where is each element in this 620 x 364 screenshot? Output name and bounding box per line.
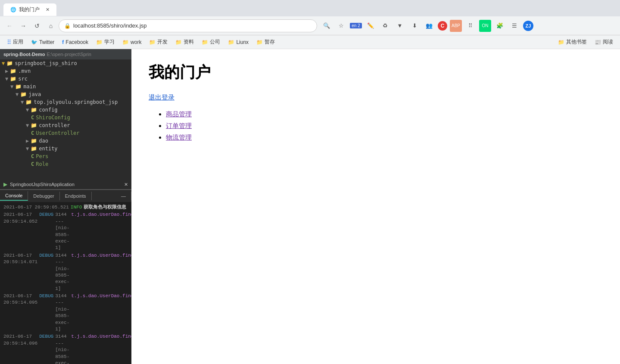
logistics-link[interactable]: 物流管理	[166, 134, 192, 141]
dao-folder-icon: 📁	[31, 138, 37, 144]
bookmark-xuexi[interactable]: 📁 学习	[93, 37, 118, 47]
bookmark-kaifa[interactable]: 📁 开发	[146, 37, 171, 47]
home-button[interactable]: ⌂	[45, 20, 57, 32]
tab-endpoints[interactable]: Endpoints	[60, 192, 92, 200]
bookmark-qita[interactable]: 📁 其他书签	[555, 37, 590, 47]
download-icon[interactable]: ⬇	[408, 20, 421, 32]
lvl-5: DEBUG	[39, 333, 53, 364]
tab-console[interactable]: Console	[0, 191, 28, 201]
xuexi-label: 学习	[104, 38, 115, 46]
ide-bottom-panel: Console Debugger Endpoints — 2021-06-17 …	[0, 189, 131, 364]
logout-link[interactable]: 退出登录	[149, 93, 603, 102]
tree-java[interactable]: ▼ 📁 java	[0, 90, 131, 98]
bookmark-star-icon[interactable]: ☆	[335, 20, 347, 32]
recycle-icon[interactable]: ♻	[379, 20, 391, 32]
tab-close-icon[interactable]: ✕	[46, 7, 50, 12]
work-label: work	[131, 39, 141, 45]
tree-controller[interactable]: ▼ 📁 controller	[0, 121, 131, 129]
tab-bar: 🌐 我的门户 ✕	[0, 0, 620, 16]
twitter-label: Twitter	[39, 39, 54, 45]
tree-config[interactable]: ▼ 📁 config	[0, 106, 131, 114]
list-item-orders: 订单管理	[166, 122, 603, 130]
tree-dao[interactable]: ▶ 📁 dao	[0, 137, 131, 145]
yuedu-label: 阅读	[603, 38, 613, 46]
tree-shiroconfig[interactable]: C ShiroConfig	[0, 114, 131, 121]
url-display: localhost:8585/shiro/index.jsp	[73, 22, 147, 29]
tree-entity[interactable]: ▼ 📁 entity	[0, 145, 131, 152]
ziliao-folder-icon: 📁	[175, 39, 182, 45]
apps-icon: ⠿	[7, 39, 11, 46]
edit-icon[interactable]: ✏️	[365, 20, 377, 32]
users-icon[interactable]: 👥	[423, 20, 435, 32]
orders-link[interactable]: 订单管理	[166, 122, 192, 129]
entity-label: entity	[39, 146, 57, 152]
bookmark-twitter[interactable]: 🐦 Twitter	[28, 38, 58, 47]
bookmark-liunx[interactable]: 📁 Liunx	[224, 38, 252, 47]
src-label: src	[18, 76, 28, 82]
ext-on-icon[interactable]: ON	[479, 20, 491, 32]
qita-folder-icon: 📁	[558, 39, 564, 45]
console-output[interactable]: 2021-06-17 20:59:05.521 INFO 获取角色与权限信息 2…	[0, 202, 131, 364]
tree-usercontroller[interactable]: C UserController	[0, 129, 131, 137]
back-button[interactable]: ←	[3, 20, 16, 32]
list-item-goods: 商品管理	[166, 110, 603, 118]
liunx-folder-icon: 📁	[228, 39, 234, 45]
gongsi-label: 公司	[210, 38, 220, 46]
twitter-icon: 🐦	[31, 39, 37, 45]
root-folder-img: 📁	[6, 60, 13, 66]
minimize-panel-btn[interactable]: —	[116, 192, 131, 200]
bookmark-zancun[interactable]: 📁 暂存	[253, 37, 278, 47]
ts-5: 2021-06-17 20:59:14.096	[3, 333, 37, 364]
tree-main[interactable]: ▼ 📁 main	[0, 83, 131, 90]
entity-collapse-icon: ▼	[26, 146, 29, 152]
bookmark-ziliao[interactable]: 📁 资料	[172, 37, 197, 47]
tree-pers[interactable]: C Pers	[0, 152, 131, 160]
ctrl-folder-icon: 📁	[31, 122, 37, 128]
bookmark-gongsi[interactable]: 📁 公司	[198, 37, 224, 47]
ts-4: 2021-06-17 20:59:14.095	[3, 293, 37, 333]
userctrl-label: UserController	[36, 130, 79, 136]
shiroconfig-label: ShiroConfig	[36, 115, 70, 121]
search-icon[interactable]: 🔍	[321, 20, 333, 32]
extension-icon-1[interactable]: en 2	[350, 20, 362, 32]
ide-header: spring-Boot-Demo E:\open-project\Sprin	[0, 49, 131, 59]
bookmark-facebook[interactable]: f Facebook	[59, 38, 92, 47]
settings-icon[interactable]: ▼	[394, 20, 406, 32]
active-tab[interactable]: 🌐 我的门户 ✕	[3, 3, 56, 16]
bookmark-apps[interactable]: ⠿ 应用	[3, 37, 27, 47]
bookmark-yuedu[interactable]: 📰 阅读	[591, 37, 617, 47]
ziliao-label: 资料	[184, 38, 194, 46]
app-title-label: SpringbootJspShiroApplication	[10, 182, 75, 187]
goods-link[interactable]: 商品管理	[166, 110, 192, 118]
main-folder-icon: 📁	[15, 84, 22, 90]
close-icon[interactable]: ✕	[124, 182, 128, 187]
src-folder-icon: 📁	[10, 76, 16, 82]
reload-button[interactable]: ↺	[31, 20, 43, 32]
lvl-1: INFO	[71, 204, 82, 211]
ide-sidebar: spring-Boot-Demo E:\open-project\Sprin ▼…	[0, 49, 131, 364]
ext-abp-icon[interactable]: ABP	[450, 20, 462, 32]
profile-avatar[interactable]: ZJ	[523, 21, 533, 31]
log-line-4: 2021-06-17 20:59:14.095 DEBUG 3144 --- […	[3, 292, 128, 333]
project-title: spring-Boot-Demo	[3, 52, 45, 57]
ext-puzzle-icon[interactable]: 🧩	[494, 20, 506, 32]
nav-bar: ← → ↺ ⌂ 🔒 localhost:8585/shiro/index.jsp…	[0, 16, 620, 35]
shiroconfig-java-icon: C	[31, 115, 34, 121]
tree-src[interactable]: ▼ 📁 src	[0, 75, 131, 83]
lvl-4: DEBUG	[39, 293, 53, 333]
bookmark-work[interactable]: 📁 work	[119, 38, 145, 47]
tree-mvn[interactable]: ▶ 📁 .mvn	[0, 67, 131, 75]
tab-debugger[interactable]: Debugger	[28, 192, 59, 200]
lock-icon: 🔒	[64, 23, 71, 29]
userctrl-java-icon: C	[31, 130, 34, 136]
ext-c-icon[interactable]: C	[438, 21, 447, 31]
forward-button[interactable]: →	[17, 20, 29, 32]
tree-package[interactable]: ▼ 📁 top.jolyoulu.springboot_jsp	[0, 98, 131, 106]
address-bar[interactable]: 🔒 localhost:8585/shiro/index.jsp	[59, 19, 317, 32]
tree-role[interactable]: C Role	[0, 160, 131, 168]
kaifa-folder-icon: 📁	[149, 39, 156, 45]
lvl-3: DEBUG	[39, 252, 53, 292]
ext-grid-icon[interactable]: ⠿	[464, 20, 477, 32]
ext-menu-icon[interactable]: ☰	[508, 20, 520, 32]
tree-root[interactable]: ▼ 📁 springboot_jsp_shiro	[0, 59, 131, 67]
